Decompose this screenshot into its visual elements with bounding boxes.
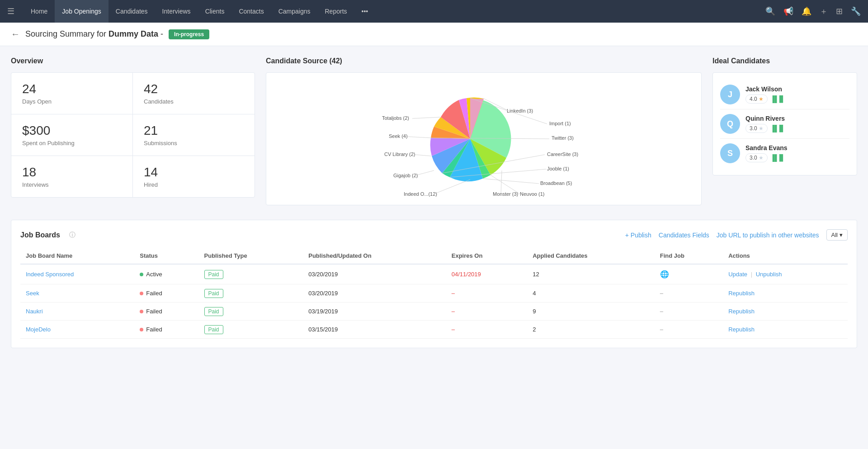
job-boards-section: Job Boards ⓘ + Publish Candidates Fields… — [11, 220, 857, 348]
svg-line-23 — [406, 137, 432, 138]
nav-interviews[interactable]: Interviews — [155, 0, 198, 23]
candidate-source-card: LinkedIn (3) Import (1) Twitter (3) Care… — [266, 72, 702, 205]
svg-text:Neuvoo (1): Neuvoo (1) — [520, 191, 544, 197]
job-boards-title: Job Boards — [20, 231, 60, 239]
title-prefix: Sourcing Summary for — [25, 29, 108, 38]
svg-text:Broadbean (5): Broadbean (5) — [540, 180, 572, 186]
avatar-jack-wilson: J — [720, 85, 740, 104]
hired-value: 14 — [144, 165, 244, 180]
candidates-label: Candidates — [144, 98, 244, 105]
candidate-sandra-evans: S Sandra Evans 3.0 ★ ▐▌▊ — [720, 139, 849, 168]
days-open-value: 24 — [22, 82, 122, 96]
status-mojedelo: Failed — [134, 321, 198, 339]
job-board-link-seek[interactable]: Seek — [26, 290, 39, 297]
filter-label: All — [831, 232, 838, 238]
page-title: Sourcing Summary for Dummy Data - — [25, 29, 163, 39]
published-on-seek: 03/20/2019 — [303, 284, 446, 302]
job-url-link[interactable]: Job URL to publish in other websites — [717, 232, 819, 239]
announcement-icon[interactable]: 📢 — [783, 6, 793, 16]
candidate-quinn-rivers: Q Quinn Rivers 3.0 ★ ▐▌▊ — [720, 109, 849, 139]
svg-text:Seek (4): Seek (4) — [389, 133, 408, 139]
star-icon-quinn-rivers: ★ — [759, 125, 764, 132]
chart-container: LinkedIn (3) Import (1) Twitter (3) Care… — [274, 80, 694, 198]
svg-text:Monster (3): Monster (3) — [493, 191, 518, 197]
applied-naukri: 9 — [527, 302, 655, 321]
table-row-seek: Seek Failed Paid 03/20/2019 – 4 – Republ… — [20, 284, 848, 302]
candidate-name-sandra-evans: Sandra Evans — [745, 144, 849, 151]
overview-spent: $300 Spent on Publishing — [11, 114, 133, 156]
candidate-info-quinn-rivers: Quinn Rivers 3.0 ★ ▐▌▊ — [745, 115, 849, 133]
nav-job-openings[interactable]: Job Openings — [55, 0, 108, 23]
settings-icon[interactable]: 🔧 — [851, 6, 861, 16]
expires-on-indeed: 04/11/2019 — [446, 264, 527, 284]
main-content: Overview 24 Days Open 42 Candidates $300… — [0, 46, 868, 359]
republish-link-naukri[interactable]: Republish — [728, 308, 755, 315]
nav-more[interactable]: ••• — [354, 0, 376, 23]
nav-clients[interactable]: Clients — [198, 0, 232, 23]
add-icon[interactable]: ＋ — [820, 6, 828, 17]
pie-chart-svg: LinkedIn (3) Import (1) Twitter (3) Care… — [380, 80, 588, 198]
grid-icon[interactable]: ⊞ — [836, 6, 843, 16]
status-seek: Failed — [134, 284, 198, 302]
bar-chart-icon-jack-wilson: ▐▌▊ — [770, 95, 784, 103]
republish-link-mojedelo[interactable]: Republish — [728, 326, 755, 333]
candidate-rating-sandra-evans: 3.0 ★ ▐▌▊ — [745, 153, 849, 162]
svg-text:Twitter (3): Twitter (3) — [552, 135, 574, 141]
overview-interviews: 18 Interviews — [11, 156, 133, 197]
avatar-quinn-rivers: Q — [720, 114, 740, 134]
interviews-label: Interviews — [22, 181, 122, 188]
publish-button[interactable]: + Publish — [625, 232, 651, 239]
top-sections: Overview 24 Days Open 42 Candidates $300… — [11, 57, 857, 205]
overview-hired: 14 Hired — [133, 156, 255, 197]
table-row-naukri: Naukri Failed Paid 03/19/2019 – 9 – Repu… — [20, 302, 848, 321]
published-type-naukri: Paid — [199, 302, 303, 321]
search-icon[interactable]: 🔍 — [765, 6, 775, 16]
col-find-job: Find Job — [655, 248, 723, 264]
paid-badge-indeed: Paid — [204, 270, 223, 279]
col-expires-on: Expires On — [446, 248, 527, 264]
globe-icon[interactable]: 🌐 — [660, 270, 669, 278]
overview-days-open: 24 Days Open — [11, 73, 133, 114]
candidate-rating-quinn-rivers: 3.0 ★ ▐▌▊ — [745, 124, 849, 133]
svg-text:LinkedIn (3): LinkedIn (3) — [507, 108, 533, 113]
republish-link-seek[interactable]: Republish — [728, 290, 755, 297]
nav-candidates[interactable]: Candidates — [108, 0, 155, 23]
candidate-source-title: Candidate Source (42) — [266, 57, 702, 65]
svg-text:Gigajob (2): Gigajob (2) — [393, 173, 418, 178]
table-row-indeed: Indeed Sponsored Active Paid 03/20/2019 … — [20, 264, 848, 284]
update-link-indeed[interactable]: Update — [728, 271, 747, 278]
job-board-link-indeed[interactable]: Indeed Sponsored — [26, 271, 74, 278]
col-actions: Actions — [723, 248, 848, 264]
status-badge: In-progress — [169, 29, 209, 39]
candidates-value: 42 — [144, 82, 244, 96]
candidate-jack-wilson: J Jack Wilson 4.0 ★ ▐▌▊ — [720, 80, 849, 109]
job-board-link-mojedelo[interactable]: MojeDelo — [26, 326, 51, 333]
published-on-indeed: 03/20/2019 — [303, 264, 446, 284]
overview-title: Overview — [11, 57, 255, 65]
candidates-fields-link[interactable]: Candidates Fields — [659, 232, 709, 239]
job-board-link-naukri[interactable]: Naukri — [26, 308, 43, 315]
unpublish-link-indeed[interactable]: Unpublish — [756, 271, 782, 278]
nav-campaigns[interactable]: Campaigns — [271, 0, 318, 23]
ideal-candidates-card: J Jack Wilson 4.0 ★ ▐▌▊ Q — [712, 72, 857, 175]
published-on-naukri: 03/19/2019 — [303, 302, 446, 321]
bell-icon[interactable]: 🔔 — [802, 6, 811, 16]
status-dot-failed-seek — [140, 292, 143, 295]
submissions-value: 21 — [144, 123, 244, 138]
rating-value-sandra-evans: 3.0 — [750, 155, 757, 161]
actions-indeed: Update | Unpublish — [723, 264, 848, 284]
status-dot-failed-mojedelo — [140, 328, 143, 331]
info-icon: ⓘ — [69, 231, 75, 239]
back-button[interactable]: ← — [11, 29, 20, 39]
candidate-source-section: Candidate Source (42) — [266, 57, 702, 205]
filter-dropdown[interactable]: All ▾ — [826, 229, 848, 241]
bar-chart-icon-sandra-evans: ▐▌▊ — [770, 154, 784, 161]
rating-value-jack-wilson: 4.0 — [750, 96, 757, 102]
applied-mojedelo: 2 — [527, 321, 655, 339]
expires-on-naukri: – — [446, 302, 527, 321]
nav-contacts[interactable]: Contacts — [231, 0, 271, 23]
menu-icon[interactable]: ☰ — [7, 6, 14, 16]
title-dash: - — [158, 29, 163, 38]
nav-home[interactable]: Home — [24, 0, 55, 23]
nav-reports[interactable]: Reports — [318, 0, 354, 23]
